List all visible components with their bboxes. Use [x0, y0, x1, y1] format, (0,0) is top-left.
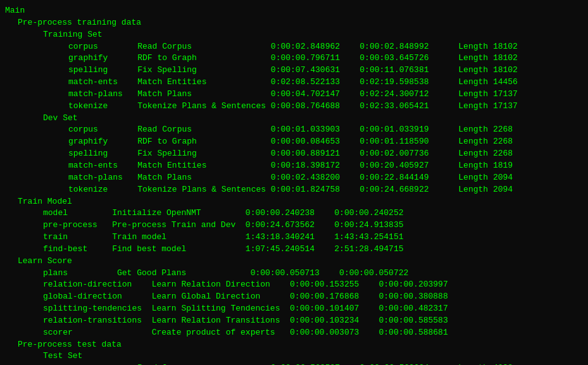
log-line: relation-direction Learn Relation Direct…: [5, 279, 583, 291]
log-line: Training Set: [5, 29, 583, 41]
log-line: relation-transitions Learn Relation Tran…: [5, 315, 583, 327]
terminal-output: MainPre-process training dataTraining Se…: [5, 5, 583, 365]
log-line: find-best Find best model 1:07:45.240514…: [5, 244, 583, 256]
log-line: corpus Read Corpus 0:00:02.848962 0:00:0…: [5, 41, 583, 53]
log-line: tokenize Tokenize Plans & Sentences 0:00…: [5, 184, 583, 196]
log-line: match-ents Match Entities 0:00:18.398172…: [5, 160, 583, 172]
log-line: splitting-tendencies Learn Splitting Ten…: [5, 303, 583, 315]
log-line: model Initialize OpenNMT 0:00:00.240238 …: [5, 207, 583, 220]
log-line: Test Set: [5, 350, 583, 362]
log-line: graphify RDF to Graph 0:00:00.084653 0:0…: [5, 136, 583, 148]
log-line: Dev Set: [5, 113, 583, 125]
log-line: spelling Fix Spelling 0:00:00.889121 0:0…: [5, 148, 583, 160]
log-line: Main: [5, 5, 583, 17]
log-line: pre-process Pre-process Train and Dev 0:…: [5, 220, 583, 232]
log-line: match-plans Match Plans 0:00:04.702147 0…: [5, 89, 583, 101]
log-line: match-ents Match Entities 0:02:08.522133…: [5, 77, 583, 89]
log-line: corpus Read Corpus 0:00:01.033903 0:00:0…: [5, 124, 583, 136]
log-line: Pre-process test data: [5, 339, 583, 351]
log-line: graphify RDF to Graph 0:00:00.796711 0:0…: [5, 53, 583, 65]
log-line: corpus Read Corpus 0:00:00.562597 0:00:0…: [5, 362, 583, 365]
log-line: spelling Fix Spelling 0:00:07.430631 0:0…: [5, 65, 583, 77]
log-line: global-direction Learn Global Direction …: [5, 291, 583, 303]
log-line: scorer Create product of experts 0:00:00…: [5, 327, 583, 339]
log-line: plans Get Good Plans 0:00:00.050713 0:00…: [5, 268, 583, 280]
log-line: Pre-process training data: [5, 17, 583, 29]
log-line: tokenize Tokenize Plans & Sentences 0:00…: [5, 101, 583, 113]
log-line: train Train model 1:43:18.340241 1:43:43…: [5, 232, 583, 244]
log-line: Learn Score: [5, 256, 583, 268]
log-line: match-plans Match Plans 0:00:02.438200 0…: [5, 172, 583, 184]
log-line: Train Model: [5, 196, 583, 208]
